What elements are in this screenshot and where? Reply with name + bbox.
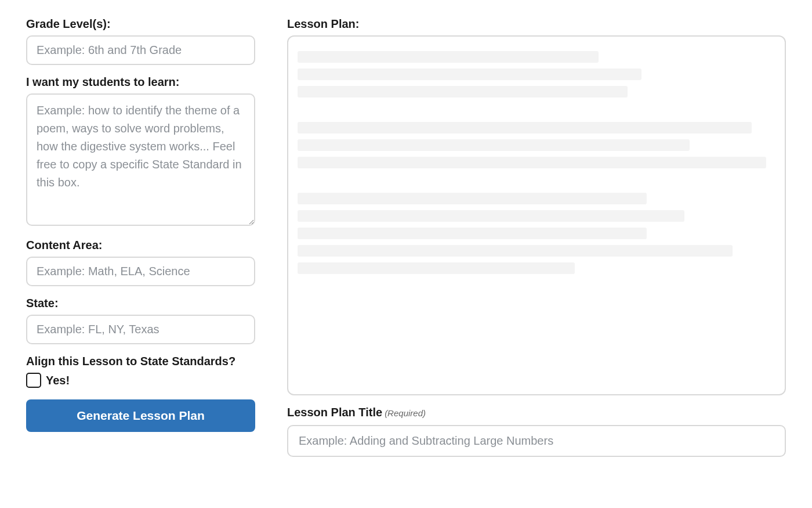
skeleton-line [298,139,690,151]
lesson-plan-output [287,35,786,395]
generate-lesson-plan-button[interactable]: Generate Lesson Plan [26,399,255,432]
skeleton-line [298,262,575,274]
learn-textarea[interactable] [26,93,255,226]
skeleton-line [298,245,733,257]
skeleton-line [298,193,647,204]
content-area-input[interactable] [26,257,255,286]
align-standards-label: Align this Lesson to State Standards? [26,355,255,368]
skeleton-line [298,157,766,168]
content-area-label: Content Area: [26,239,255,252]
lesson-plan-title-label: Lesson Plan Title [287,406,382,419]
skeleton-line [298,210,684,222]
grade-level-label: Grade Level(s): [26,17,255,31]
state-label: State: [26,297,255,310]
skeleton-line [298,51,599,63]
required-tag: (Required) [385,408,426,418]
lesson-plan-heading: Lesson Plan: [287,17,786,31]
grade-level-input[interactable] [26,35,255,65]
lesson-plan-title-input[interactable] [287,425,786,457]
skeleton-line [298,86,628,98]
skeleton-line [298,122,752,134]
state-input[interactable] [26,315,255,344]
learn-label: I want my students to learn: [26,75,255,89]
skeleton-line [298,69,641,80]
align-standards-checkbox[interactable] [26,373,41,388]
skeleton-line [298,228,647,239]
align-standards-checkbox-label: Yes! [46,374,70,387]
